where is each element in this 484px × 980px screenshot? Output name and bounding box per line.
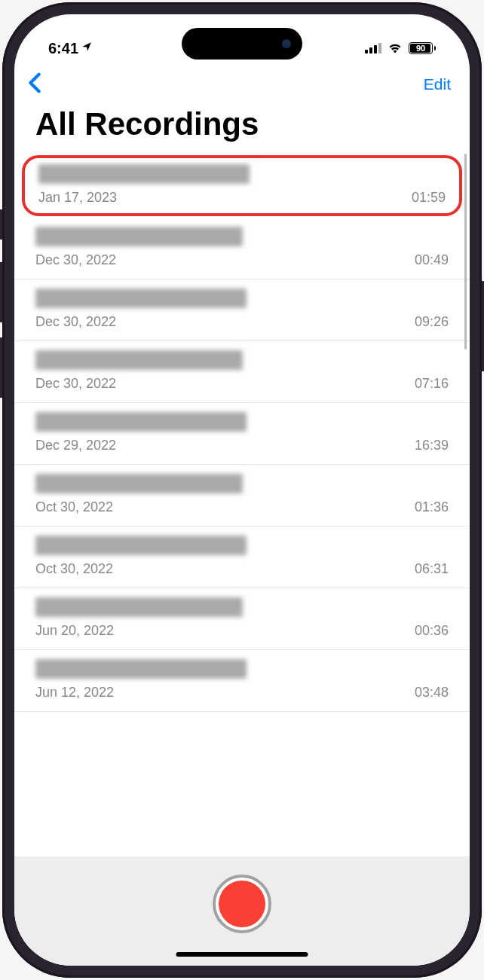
recording-date: Dec 30, 2022 bbox=[35, 252, 116, 268]
recording-duration: 03:48 bbox=[415, 685, 449, 701]
battery-percent: 90 bbox=[416, 44, 425, 53]
volume-up-button bbox=[0, 262, 2, 322]
recording-item[interactable]: Jun 12, 202203:48 bbox=[14, 650, 470, 712]
recording-duration: 16:39 bbox=[415, 438, 449, 453]
silent-switch bbox=[0, 209, 2, 240]
status-bar-left: 6:41 bbox=[48, 40, 92, 57]
dynamic-island bbox=[182, 28, 302, 60]
recording-meta: Dec 30, 202209:26 bbox=[35, 314, 449, 330]
edit-button[interactable]: Edit bbox=[424, 75, 451, 93]
recording-title bbox=[35, 350, 243, 370]
recording-title bbox=[35, 412, 247, 432]
recording-item[interactable]: Dec 29, 202216:39 bbox=[14, 403, 470, 465]
nav-bar: Edit bbox=[14, 63, 470, 100]
recording-duration: 09:26 bbox=[415, 314, 449, 330]
recording-item[interactable]: Oct 30, 202201:36 bbox=[14, 465, 470, 527]
recording-meta: Jan 17, 202301:59 bbox=[38, 190, 446, 206]
recording-duration: 00:49 bbox=[415, 252, 449, 268]
recording-title bbox=[35, 659, 247, 679]
recordings-list[interactable]: Jan 17, 202301:59Dec 30, 202200:49Dec 30… bbox=[14, 154, 470, 856]
cellular-signal-icon bbox=[365, 43, 381, 53]
recording-meta: Oct 30, 202206:31 bbox=[35, 561, 449, 577]
home-indicator[interactable] bbox=[176, 952, 308, 957]
recording-date: Dec 30, 2022 bbox=[35, 314, 116, 330]
phone-frame: 6:41 9 bbox=[2, 2, 482, 978]
recording-duration: 07:16 bbox=[415, 376, 449, 392]
recording-title bbox=[35, 227, 243, 246]
recording-item[interactable]: Oct 30, 202206:31 bbox=[14, 527, 470, 588]
recording-item[interactable]: Jun 20, 202200:36 bbox=[14, 588, 470, 650]
recording-title bbox=[35, 536, 247, 555]
bottom-bar bbox=[14, 856, 470, 966]
recording-meta: Dec 29, 202216:39 bbox=[35, 438, 449, 453]
location-icon bbox=[81, 41, 92, 55]
record-button[interactable] bbox=[213, 875, 271, 933]
recording-duration: 01:36 bbox=[415, 499, 449, 515]
recording-duration: 00:36 bbox=[415, 623, 449, 639]
recording-date: Jun 12, 2022 bbox=[35, 685, 114, 701]
recording-item[interactable]: Dec 30, 202207:16 bbox=[14, 341, 470, 403]
recording-meta: Jun 12, 202203:48 bbox=[35, 685, 449, 701]
page-title: All Recordings bbox=[14, 100, 470, 154]
wifi-icon bbox=[388, 40, 403, 57]
recording-meta: Dec 30, 202207:16 bbox=[35, 376, 449, 392]
record-button-inner bbox=[219, 881, 265, 927]
status-time: 6:41 bbox=[48, 40, 78, 57]
recording-meta: Oct 30, 202201:36 bbox=[35, 499, 449, 515]
recording-date: Oct 30, 2022 bbox=[35, 561, 113, 577]
screen: 6:41 9 bbox=[14, 14, 470, 966]
recording-title bbox=[38, 164, 250, 184]
recording-duration: 06:31 bbox=[415, 561, 449, 577]
recording-date: Jun 20, 2022 bbox=[35, 623, 114, 639]
recording-title bbox=[35, 289, 247, 308]
scrollbar[interactable] bbox=[464, 154, 467, 350]
recording-title bbox=[35, 597, 243, 617]
recording-item[interactable]: Dec 30, 202209:26 bbox=[14, 279, 470, 341]
recording-item[interactable]: Dec 30, 202200:49 bbox=[14, 218, 470, 279]
status-bar-right: 90 bbox=[365, 40, 436, 57]
recording-item[interactable]: Jan 17, 202301:59 bbox=[22, 155, 462, 216]
recording-date: Oct 30, 2022 bbox=[35, 499, 113, 515]
volume-down-button bbox=[0, 337, 2, 398]
recording-date: Dec 30, 2022 bbox=[35, 376, 116, 392]
back-button[interactable] bbox=[28, 72, 41, 96]
recording-meta: Jun 20, 202200:36 bbox=[35, 623, 449, 639]
battery-icon: 90 bbox=[409, 42, 436, 54]
recording-meta: Dec 30, 202200:49 bbox=[35, 252, 449, 268]
recording-duration: 01:59 bbox=[412, 190, 446, 206]
recording-date: Dec 29, 2022 bbox=[35, 438, 116, 453]
recording-title bbox=[35, 474, 243, 493]
recording-date: Jan 17, 2023 bbox=[38, 190, 117, 206]
